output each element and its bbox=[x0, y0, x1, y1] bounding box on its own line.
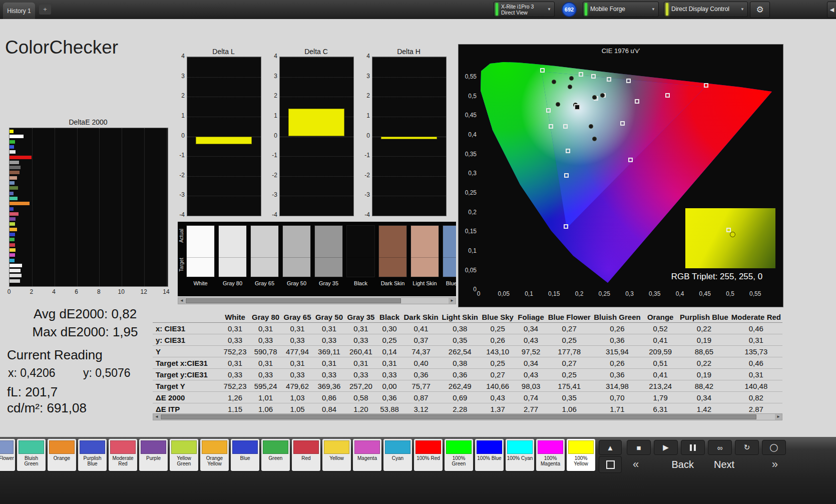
swatch-color bbox=[250, 225, 279, 277]
actual-row-label: Actual bbox=[179, 229, 185, 243]
refresh-button[interactable]: ↻ bbox=[735, 440, 759, 455]
table-cell: 0,31 bbox=[281, 323, 313, 334]
table-scrollbar[interactable]: ◄ ► bbox=[153, 413, 782, 420]
patch-red[interactable]: Red bbox=[292, 439, 320, 471]
cie-panel: 00,050,10,150,20,250,30,350,40,450,50,55… bbox=[458, 44, 783, 307]
table-cell: 0,36 bbox=[377, 392, 402, 403]
patch-orange[interactable]: Orange bbox=[48, 439, 76, 471]
patch-blue-flower[interactable]: Blue Flower bbox=[0, 439, 15, 471]
meter-selector[interactable]: X-Rite i1Pro 3 Direct View ▼ bbox=[494, 2, 555, 17]
patch-moderate-red[interactable]: Moderate Red bbox=[109, 439, 137, 471]
scroll-right-icon[interactable]: ► bbox=[775, 414, 782, 420]
collapse-panel-button[interactable]: ◀ bbox=[827, 2, 836, 18]
de-bar bbox=[10, 274, 22, 277]
patch-100-green[interactable]: 100% Green bbox=[445, 439, 473, 471]
y-tick-label: 2 bbox=[172, 92, 185, 99]
stop-button[interactable]: ■ bbox=[627, 440, 651, 455]
table-cell: 0,46 bbox=[730, 357, 782, 369]
y-tick-label: -4 bbox=[357, 211, 370, 218]
scroll-right-icon[interactable]: ► bbox=[449, 298, 456, 304]
table-cell: 1,05 bbox=[281, 403, 313, 413]
table-cell: 0,36 bbox=[402, 369, 440, 380]
table-cell: 98,03 bbox=[516, 380, 547, 392]
pattern-up-button[interactable]: ▲ bbox=[599, 440, 622, 455]
pattern-window-button[interactable] bbox=[599, 456, 622, 473]
table-row: y: CIE310,330,330,330,330,330,250,370,35… bbox=[153, 334, 782, 346]
patch-purple[interactable]: Purple bbox=[139, 439, 168, 471]
table-cell: 0,22 bbox=[678, 323, 730, 334]
patch-100-cyan[interactable]: 100% Cyan bbox=[506, 439, 534, 471]
patch-purplish-blue[interactable]: Purplish Blue bbox=[78, 439, 107, 471]
gridline bbox=[372, 117, 446, 117]
delta-c-plot bbox=[279, 57, 354, 216]
pattern-source-selector[interactable]: Mobile Forge ▼ bbox=[583, 2, 659, 17]
swatch-label: Gray 35 bbox=[314, 280, 343, 286]
patch-label: Purplish Blue bbox=[79, 455, 106, 466]
column-header: Gray 65 bbox=[281, 311, 313, 323]
de-bar bbox=[10, 228, 17, 231]
scroll-left-icon[interactable]: ◄ bbox=[153, 414, 160, 420]
patch-label: 100% Yellow bbox=[567, 455, 595, 466]
patch-label: Moderate Red bbox=[109, 455, 137, 466]
table-cell: 262,54 bbox=[440, 346, 480, 357]
patch-magenta[interactable]: Magenta bbox=[353, 439, 381, 471]
patch-bluish-green[interactable]: Bluish Green bbox=[17, 439, 46, 471]
de-bar bbox=[10, 171, 20, 174]
patch-color bbox=[415, 440, 441, 454]
table-cell: 0,46 bbox=[730, 323, 782, 334]
patch-color bbox=[446, 440, 472, 454]
column-header: Moderate Red bbox=[730, 311, 782, 323]
gridline bbox=[372, 57, 446, 58]
table-cell: 0,19 bbox=[678, 369, 730, 380]
reading-cdm2: cd/m²: 691,08 bbox=[7, 400, 87, 416]
pause-button[interactable] bbox=[681, 440, 705, 455]
next-label: Next bbox=[714, 459, 734, 470]
tab-history-1[interactable]: History 1 bbox=[3, 3, 35, 19]
measure-button[interactable]: ◯ bbox=[762, 440, 786, 455]
patch-100-blue[interactable]: 100% Blue bbox=[475, 439, 504, 471]
patch-yellow-green[interactable]: Yellow Green bbox=[170, 439, 198, 471]
display-control-name: Direct Display Control bbox=[671, 2, 737, 17]
y-tick-label: 1 bbox=[357, 112, 370, 119]
table-scrollbar-thumb[interactable] bbox=[161, 414, 756, 419]
table-cell: 0,36 bbox=[592, 334, 643, 346]
scroll-left-icon[interactable]: ◄ bbox=[178, 298, 185, 304]
patch-label: Orange Yellow bbox=[201, 455, 228, 466]
patch-yellow[interactable]: Yellow bbox=[322, 439, 351, 471]
table-cell: 0,26 bbox=[480, 334, 516, 346]
patch-100-magenta[interactable]: 100% Magenta bbox=[536, 439, 565, 471]
x-tick-label: 2 bbox=[28, 288, 36, 295]
table-cell: 1,01 bbox=[250, 392, 281, 403]
swatch-scrollbar[interactable]: ◄ ► bbox=[178, 297, 456, 304]
add-tab-button[interactable]: + bbox=[39, 5, 51, 15]
display-control-selector[interactable]: Direct Display Control ▼ bbox=[664, 2, 748, 17]
y-tick-label: -2 bbox=[357, 172, 370, 179]
swatch-label: Gray 80 bbox=[218, 280, 247, 286]
back-button[interactable]: « Back bbox=[630, 457, 697, 472]
play-button[interactable]: ▶ bbox=[654, 440, 678, 455]
patch-green[interactable]: Green bbox=[261, 439, 290, 471]
table-cell: 0,25 bbox=[547, 334, 592, 346]
patch-cyan[interactable]: Cyan bbox=[383, 439, 412, 471]
table-cell: 0,33 bbox=[313, 369, 345, 380]
patch-blue[interactable]: Blue bbox=[231, 439, 259, 471]
table-cell: 175,41 bbox=[547, 380, 592, 392]
topbar: History 1 + X-Rite i1Pro 3 Direct View ▼… bbox=[0, 0, 836, 19]
de-bar bbox=[10, 161, 19, 164]
swatch-color bbox=[186, 225, 215, 277]
table-cell: 0,31 bbox=[250, 323, 281, 334]
patch-label: Cyan bbox=[384, 455, 411, 461]
swatch-scrollbar-thumb[interactable] bbox=[186, 298, 401, 303]
table-cell: 0,82 bbox=[730, 392, 782, 403]
patch-100-yellow[interactable]: 100% Yellow bbox=[567, 439, 595, 471]
next-button[interactable]: Next » bbox=[711, 457, 781, 472]
loop-button[interactable]: ∞ bbox=[708, 440, 732, 455]
patch-orange-yellow[interactable]: Orange Yellow bbox=[200, 439, 229, 471]
y-tick-label: 0 bbox=[264, 132, 277, 139]
patch-100-red[interactable]: 100% Red bbox=[414, 439, 443, 471]
de-bar bbox=[10, 259, 15, 262]
gridline bbox=[372, 216, 446, 216]
gridline bbox=[372, 176, 446, 177]
settings-button[interactable]: ⚙ bbox=[750, 2, 770, 18]
column-header: Black bbox=[377, 311, 402, 323]
